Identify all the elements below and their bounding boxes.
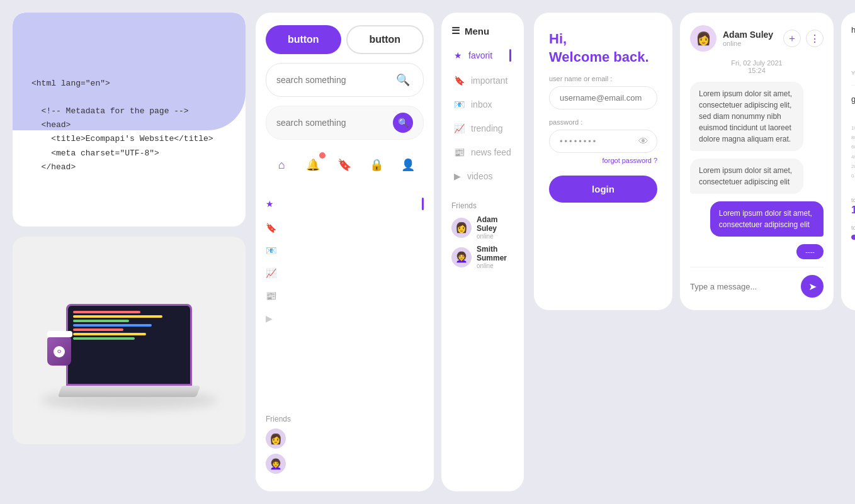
bookmark-icon: 🔖 (266, 223, 276, 233)
add-button[interactable]: ＋ (783, 30, 801, 47)
center-column: button button 🔍 🔍 ⌂ 🔔 🔖 � (256, 13, 524, 491)
reply-bubble: ---- (796, 244, 824, 259)
button-group: button button (266, 25, 424, 54)
friend-item-2: 👩‍🦱 (266, 454, 424, 474)
friends-section: Friends 👩 👩‍🦱 (266, 415, 424, 479)
cup: O (47, 331, 72, 366)
sidebar-item-videos[interactable]: ▶ (266, 311, 424, 326)
menu-item-inbox[interactable]: 📧 inbox (451, 96, 514, 113)
friend-avatar-2: 👩‍🦱 (266, 454, 286, 474)
sidebar-mini: ★ 🔖 📧 📈 📰 ▶ (266, 190, 424, 326)
total-target: total target (851, 225, 855, 240)
nav-lock-icon[interactable]: 🔒 (365, 154, 388, 176)
chat-input[interactable] (690, 282, 796, 291)
menu-important-icon: 🔖 (454, 76, 465, 86)
nav-bookmark-icon[interactable]: 🔖 (333, 154, 356, 176)
search-box-2[interactable]: 🔍 (266, 106, 424, 140)
menu-videos-label: videos (467, 171, 492, 181)
menu-item-favorit[interactable]: ★ favorit (451, 45, 514, 65)
divider (851, 85, 855, 86)
sidebar-item-inbox[interactable]: 📧 (266, 243, 424, 258)
primary-button[interactable]: button (266, 25, 341, 54)
sidebar-item-trending[interactable]: 📈 (266, 266, 424, 281)
newsfeed-icon: 📰 (266, 291, 276, 301)
forgot-password-link[interactable]: forgot password ? (549, 157, 657, 164)
menu-friend-1: 👩 Adam Suley online (451, 215, 514, 240)
highlight-title: highlight update (851, 25, 855, 35)
chat-avatar: 👩 (690, 25, 716, 52)
chat-actions: ＋ ⋮ (783, 30, 824, 47)
total-value-stat: total value 1250k (851, 197, 855, 216)
menu-friend-avatar-1: 👩 (451, 218, 472, 238)
password-label: password : (549, 118, 657, 126)
menu-friend-2: 👩‍🦱 Smith Summer online (451, 245, 514, 269)
laptop-card: O (13, 237, 246, 444)
menu-item-important[interactable]: 🔖 important (451, 72, 514, 89)
eye-icon[interactable]: 👁 (638, 136, 648, 147)
welcome-back: Welcome back. (549, 48, 657, 67)
favorit-icon: ★ (266, 199, 274, 209)
right-column: Hi, Welcome back. user name or email : p… (534, 13, 842, 310)
menu-friend-avatar-2: 👩‍🦱 (451, 247, 472, 267)
sidebar-item-favorit[interactable]: ★ (266, 195, 424, 213)
laptop-body (66, 304, 192, 386)
search-box-1[interactable]: 🔍 (266, 63, 424, 97)
cup-logo: O (54, 346, 65, 357)
login-button[interactable]: login (549, 176, 657, 203)
chat-input-area: ➤ (690, 267, 824, 298)
laptop-screen (68, 306, 190, 384)
chat-message-3: Lorem ipsum dolor sit amet, consectetuer… (710, 201, 824, 237)
welcome-text: Hi, Welcome back. (549, 30, 657, 66)
total-target-label: total target (851, 225, 855, 231)
email-input[interactable] (549, 86, 657, 109)
menu-item-newsfeed[interactable]: 📰 news feed (451, 143, 514, 161)
laptop-base (58, 386, 201, 397)
menu-header: ☰ Menu (451, 25, 514, 36)
nav-icons: ⌂ 🔔 🔖 🔒 👤 (266, 148, 424, 181)
sidebar-item-newsfeed[interactable]: 📰 (266, 288, 424, 303)
chat-message-1: Lorem ipsum dolor sit amet, consectetuer… (690, 82, 803, 151)
menu-item-trending[interactable]: 📈 trending (451, 120, 514, 137)
more-options-button[interactable]: ⋮ (806, 30, 824, 47)
menu-panel: ☰ Menu ★ favorit 🔖 important 📧 inbox 📈 t… (441, 13, 524, 491)
menu-newsfeed-label: news feed (471, 147, 511, 157)
chat-message-2: Lorem ipsum dolor sit amet, consectetuer… (690, 159, 803, 194)
chat-user-status: online (723, 40, 773, 47)
menu-friend-name-2: Smith Summer (477, 245, 514, 262)
graph-area: 1000 800 600 400 200 0 (851, 113, 855, 188)
progress-bar (851, 235, 855, 240)
total-value: 1250k (851, 204, 855, 216)
menu-hamburger-icon: ☰ (451, 25, 460, 36)
laptop-scene: O (41, 271, 217, 410)
nav-notification-icon[interactable]: 🔔 (302, 154, 324, 176)
friends-label: Friends (266, 415, 424, 423)
nav-home-icon[interactable]: ⌂ (270, 154, 293, 176)
menu-favorit-label: favorit (468, 50, 492, 60)
search-input-1[interactable] (276, 75, 387, 85)
menu-friend-status-2: online (477, 262, 514, 269)
menu-friends-section: Friends 👩 Adam Suley online 👩‍🦱 Smith Su… (451, 201, 514, 274)
email-label: user name or email : (549, 75, 657, 82)
chat-user-name: Adam Suley (723, 30, 773, 40)
total-value-label: total value (851, 197, 855, 203)
secondary-button[interactable]: button (346, 25, 424, 54)
progress-fill (851, 235, 855, 240)
nav-user-icon[interactable]: 👤 (397, 154, 419, 176)
stats-values: total value 1250k lowest value 210k (851, 197, 855, 216)
menu-favorit-icon: ★ (454, 50, 462, 60)
trending-icon: 📈 (266, 268, 276, 278)
avatar-your-update: 👩 + Your Update (851, 43, 855, 76)
menu-item-videos[interactable]: ▶ videos (451, 167, 514, 185)
send-button[interactable]: ➤ (801, 275, 824, 298)
login-panel: Hi, Welcome back. user name or email : p… (534, 13, 672, 310)
friend-item-1: 👩 (266, 428, 424, 449)
chat-date: Fri, 02 July 2021 15:24 (690, 59, 824, 74)
friend-avatar-1: 👩 (266, 428, 286, 449)
sidebar-item-bookmark[interactable]: 🔖 (266, 220, 424, 235)
code-card: <html lang="en"> <!-- Metadata for the p… (13, 13, 246, 227)
search-input-2[interactable] (276, 118, 387, 128)
inbox-icon: 📧 (266, 245, 276, 255)
code-text: <html lang="en"> <!-- Metadata for the p… (31, 63, 227, 174)
notification-badge (319, 152, 326, 159)
videos-icon: ▶ (266, 313, 273, 323)
